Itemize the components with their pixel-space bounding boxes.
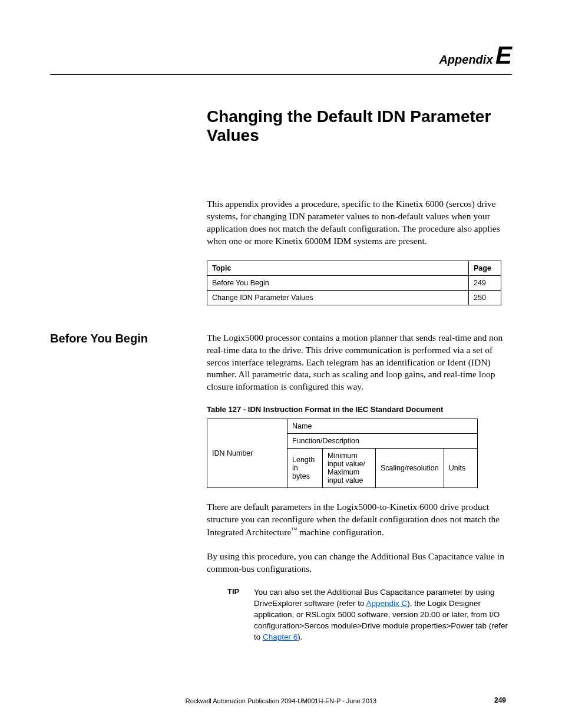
section-before-you-begin: Before You Begin The Logix5000 processor…	[50, 332, 512, 643]
appendix-header: Appendix E	[50, 41, 512, 70]
footer-publication: Rockwell Automation Publication 2094-UM0…	[0, 697, 562, 704]
tip-block: TIP You can also set the Additional Bus …	[227, 587, 512, 643]
table-caption: Table 127 - IDN Instruction Format in th…	[207, 405, 512, 414]
page-cell: 250	[469, 290, 501, 305]
section-heading: Before You Begin	[50, 332, 207, 643]
body-paragraph: The Logix5000 processor contains a motio…	[207, 332, 512, 394]
table-row: Change IDN Parameter Values 250	[207, 290, 501, 305]
function-cell: Function/Description	[287, 434, 478, 449]
section-body: The Logix5000 processor contains a motio…	[207, 332, 512, 643]
body-paragraph: There are default parameters in the Logi…	[207, 501, 512, 539]
topic-cell: Change IDN Parameter Values	[207, 290, 469, 305]
chapter-6-link[interactable]: Chapter 6	[263, 633, 297, 641]
minmax-cell: Minimum input value/ Maximum input value	[323, 449, 376, 488]
intro-paragraph: This appendix provides a procedure, spec…	[207, 198, 512, 248]
trademark-symbol: ™	[291, 526, 297, 533]
name-cell: Name	[287, 419, 478, 434]
header-rule	[50, 74, 512, 75]
appendix-letter: E	[495, 41, 512, 69]
table-row: IDN Number Name	[207, 419, 478, 434]
table-row: Topic Page	[207, 261, 501, 275]
tip-body: You can also set the Additional Bus Capa…	[254, 587, 512, 643]
table-row: Before You Begin 249	[207, 275, 501, 290]
body-paragraph: By using this procedure, you can change …	[207, 551, 512, 575]
topic-table: Topic Page Before You Begin 249 Change I…	[207, 261, 501, 305]
tip-text: ).	[297, 633, 302, 641]
appendix-word: Appendix	[439, 53, 492, 66]
chapter-title: Changing the Default IDN Parameter Value…	[207, 107, 512, 145]
idn-format-table: IDN Number Name Function/Description Len…	[207, 419, 478, 488]
topic-cell: Before You Begin	[207, 275, 469, 290]
para-text: machine configuration.	[297, 527, 384, 537]
appendix-c-link[interactable]: Appendix C	[366, 599, 408, 608]
tip-label: TIP	[227, 587, 254, 643]
topic-header: Topic	[207, 261, 469, 275]
page-header: Page	[469, 261, 501, 275]
footer-page-number: 249	[494, 696, 506, 704]
units-cell: Units	[444, 449, 477, 488]
scaling-cell: Scaling/resolution	[376, 449, 444, 488]
length-cell: Length in bytes	[287, 449, 323, 488]
page-cell: 249	[469, 275, 501, 290]
idn-number-cell: IDN Number	[207, 419, 287, 488]
